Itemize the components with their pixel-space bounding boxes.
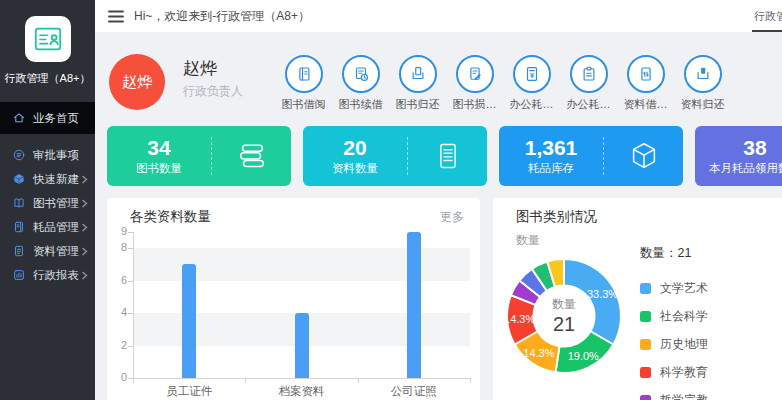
y-axis-tick [128,248,133,249]
quick-action-material-return[interactable]: 资料归还 [674,55,731,112]
sidebar-item-label: 业务首页 [33,111,79,126]
y-axis-tick [128,232,133,233]
quick-action-book-damage[interactable]: 图书损… [446,55,503,112]
stat-value: 20 [303,136,407,159]
bar-report-icon [12,268,26,282]
app-logo [25,16,71,62]
user-name: 赵烨 [183,57,217,80]
legend-header: 数量：21 [640,245,708,262]
office-cost-icon: ¥ [523,65,541,83]
cube-icon [12,172,26,186]
quick-action-office-supplies-cost[interactable]: ¥ 办公耗… [503,55,560,112]
book-damage-icon [466,65,484,83]
legend-swatch-icon [640,311,651,322]
sidebar-item-label: 资料管理 [33,244,79,259]
stat-card-monthly-usage: 38 本月耗品领用数量 [695,126,782,186]
sidebar-item-label: 行政报表 [33,268,79,283]
sidebar: 行政管理（A8+） 业务首页 审批事项 快速新建 [0,0,95,400]
y-axis-tick-label: 0 [99,371,127,383]
circle-outline [342,55,380,93]
bar-员工证件 [182,264,196,378]
quick-action-label: 办公耗… [510,97,554,112]
avatar: 赵烨 [109,54,165,110]
chevron-right-icon [81,199,88,208]
material-borrow-icon [637,65,655,83]
sidebar-item-business-home[interactable]: 业务首页 [0,102,95,134]
document-list-icon [12,244,26,258]
sidebar-item-label: 耗品管理 [33,220,79,235]
x-axis-tick [245,378,246,383]
pie-legend: 数量：21 文学艺术社会科学历史地理科学教育哲学宗教 [640,245,708,400]
quick-action-book-renew[interactable]: 图书续借 [332,55,389,112]
book-borrow-icon [295,65,313,83]
legend-item-历史地理[interactable]: 历史地理 [640,338,708,350]
box-icon [627,139,661,173]
x-axis-tick [358,378,359,383]
legend-item-社会科学[interactable]: 社会科学 [640,310,708,322]
legend-label: 科学教育 [660,364,708,381]
sidebar-item-label: 快速新建 [33,172,79,187]
panel-title: 各类资料数量 [130,208,211,226]
materials-bar-chart-panel: 各类资料数量 更多 024689员工证件档案资料公司证照 [107,198,480,400]
legend-item-哲学宗教[interactable]: 哲学宗教 [640,394,708,400]
sidebar-item-supplies-management[interactable]: 耗品管理 [0,215,95,239]
quick-action-material-borrow[interactable]: 资料借… [617,55,674,112]
bar-chart-plot: 024689员工证件档案资料公司证照 [133,232,470,378]
sidebar-item-quick-create[interactable]: 快速新建 [0,167,95,191]
book-renew-icon [352,65,370,83]
sidebar-item-label: 审批事项 [33,148,79,163]
circle-outline [285,55,323,93]
books-stack-icon [235,139,269,173]
bar-档案资料 [295,313,309,378]
quick-action-label: 办公耗… [567,97,611,112]
legend-item-科学教育[interactable]: 科学教育 [640,366,708,378]
circle-outline [627,55,665,93]
x-axis-label: 公司证照 [374,384,454,399]
tab-active-underline [752,30,782,32]
approval-icon [12,148,26,162]
sidebar-item-label: 图书管理 [33,196,79,211]
circle-outline [456,55,494,93]
tab-admin-management[interactable]: 行政管理（A8+） [754,0,782,32]
supplies-file-icon [12,220,26,234]
more-link[interactable]: 更多 [440,209,464,226]
legend-label: 哲学宗教 [660,392,708,400]
stat-label: 资料数量 [303,161,407,176]
quick-action-office-supplies-list[interactable]: 办公耗… [560,55,617,112]
svg-text:¥: ¥ [530,72,534,80]
y-axis-tick-label: 8 [99,241,127,253]
legend-label: 历史地理 [660,336,708,353]
y-axis-tick [128,313,133,314]
legend-label: 文学艺术 [660,280,708,297]
sidebar-item-book-management[interactable]: 图书管理 [0,191,95,215]
pie-slice-percent-label: 14.3% [523,347,554,359]
x-axis-tick [133,378,134,383]
pie-slice-percent-label: 14.3% [504,313,535,325]
stat-card-supplies-stock: 1,361 耗品库存 [499,126,683,186]
book-category-pie-panel: 图书类别情况 数量 数量 21 数量：21 文学艺术社会科学历史地理科学教育哲学… [493,198,782,400]
quick-action-book-return[interactable]: 图书归还 [389,55,446,112]
quick-action-label: 图书归还 [396,97,440,112]
sidebar-item-approvals[interactable]: 审批事项 [0,143,95,167]
quick-action-label: 图书损… [453,97,497,112]
legend-swatch-icon [640,395,651,400]
y-axis-tick-label: 6 [99,274,127,286]
stat-value: 34 [107,136,211,159]
y-axis-tick-label: 2 [99,339,127,351]
legend-swatch-icon [640,283,651,294]
quick-action-book-borrow[interactable]: 图书借阅 [275,55,332,112]
hamburger-menu-icon[interactable] [108,10,124,23]
sidebar-item-admin-reports[interactable]: 行政报表 [0,263,95,287]
id-card-icon [33,24,63,54]
circle-outline [570,55,608,93]
y-axis-tick-label: 9 [99,225,127,237]
legend-item-文学艺术[interactable]: 文学艺术 [640,282,708,294]
y-axis-tick [128,281,133,282]
legend-swatch-icon [640,367,651,378]
donut-center-text: 数量 21 [552,296,576,336]
app-title: 行政管理（A8+） [0,71,95,86]
sidebar-item-materials-management[interactable]: 资料管理 [0,239,95,263]
stat-card-materials: 20 资料数量 [303,126,487,186]
sidebar-menu: 业务首页 审批事项 快速新建 图书管理 [0,102,95,287]
chevron-right-icon [81,247,88,256]
